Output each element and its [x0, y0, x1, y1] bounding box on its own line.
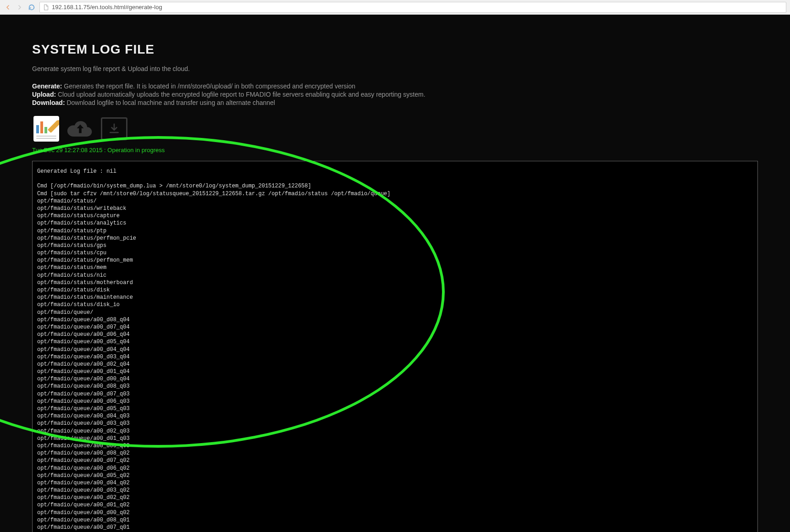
download-button[interactable]: [100, 115, 128, 143]
download-folder-icon: [101, 117, 127, 140]
generate-button[interactable]: [32, 115, 61, 143]
page-body: SYSTEM LOG FILE Generate system log file…: [0, 15, 790, 532]
action-icon-row: [32, 115, 758, 143]
info-download-label: Download:: [32, 99, 65, 106]
forward-button[interactable]: [16, 3, 24, 11]
cloud-upload-icon: [66, 117, 94, 140]
info-generate-text: Generates the report file. It is located…: [62, 82, 355, 90]
report-icon: [33, 116, 59, 142]
upload-button[interactable]: [66, 115, 94, 143]
info-generate: Generate: Generates the report file. It …: [32, 82, 758, 90]
info-generate-label: Generate:: [32, 82, 62, 90]
page-title: SYSTEM LOG FILE: [32, 42, 758, 57]
url-text: 192.168.11.75/en.tools.html#generate-log: [52, 4, 162, 11]
reload-button[interactable]: [28, 3, 36, 11]
page-subtitle: Generate system log file report & Upload…: [32, 65, 758, 72]
browser-toolbar: 192.168.11.75/en.tools.html#generate-log: [0, 0, 790, 15]
info-upload-label: Upload:: [32, 91, 56, 98]
info-upload: Upload: Cloud upload automatically uploa…: [32, 91, 758, 98]
status-line: Tue Dec 29 12:27:08 2015 : Operation in …: [32, 147, 758, 154]
info-upload-text: Cloud upload automatically uploads the e…: [56, 91, 425, 98]
log-output: Generated Log file : nil Cmd [/opt/fmadi…: [32, 161, 758, 532]
url-bar[interactable]: 192.168.11.75/en.tools.html#generate-log: [39, 2, 786, 13]
info-download: Download: Download logfile to local mach…: [32, 99, 758, 106]
back-button[interactable]: [4, 3, 12, 11]
page-icon: [43, 4, 49, 11]
info-download-text: Download logfile to local machine and tr…: [65, 99, 275, 106]
